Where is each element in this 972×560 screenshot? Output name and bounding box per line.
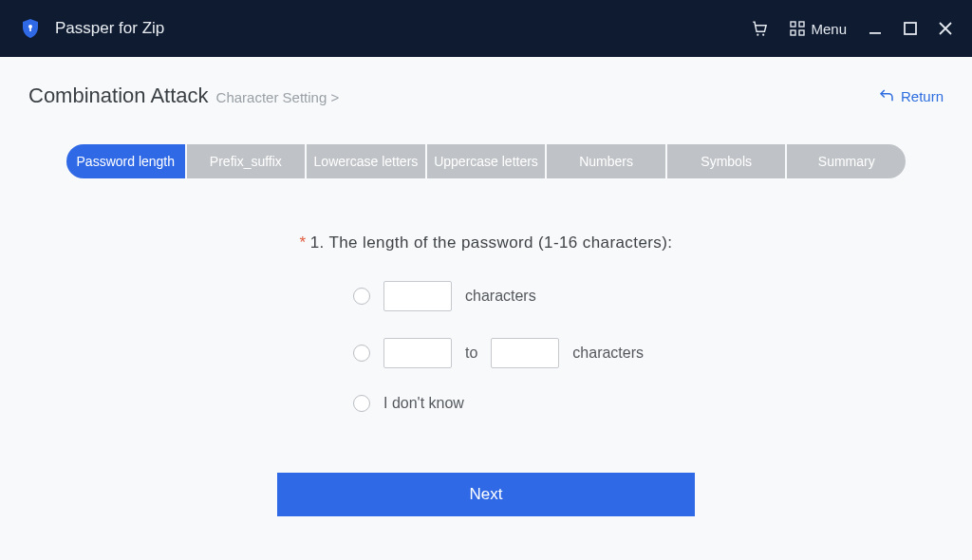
svg-point-2 [757,34,759,36]
svg-rect-6 [791,30,795,35]
cart-icon[interactable] [750,19,769,38]
radio-unknown[interactable] [353,395,370,412]
svg-rect-5 [799,22,804,27]
page-body: Combination Attack Character Setting > R… [0,57,972,516]
return-label: Return [901,88,944,104]
tab-uppercase[interactable]: Uppercase letters [427,144,546,178]
radio-range[interactable] [353,345,370,362]
svg-rect-4 [791,22,795,27]
range-suffix: characters [572,345,644,362]
svg-rect-1 [29,28,31,31]
tab-prefix-suffix[interactable]: Prefix_suffix [187,144,306,178]
svg-rect-7 [799,30,804,35]
page-subtitle: Character Setting > [216,89,340,105]
svg-rect-9 [905,23,916,34]
option-exact-length: characters [353,281,657,311]
exact-length-suffix: characters [465,288,536,305]
breadcrumb: Combination Attack Character Setting > [28,84,339,108]
unknown-label: I don't know [383,395,464,412]
required-mark: * [300,233,307,252]
content-area: *1. The length of the password (1-16 cha… [28,233,944,516]
tabs-row: Password length Prefix_suffix Lowercase … [66,144,906,178]
titlebar-left: Passper for Zip [19,17,164,40]
tab-symbols[interactable]: Symbols [667,144,786,178]
option-unknown: I don't know [353,395,657,412]
titlebar-right: Menu [750,19,953,38]
minimize-icon[interactable] [868,21,883,36]
maximize-icon[interactable] [904,22,917,35]
tab-numbers[interactable]: Numbers [547,144,665,178]
tab-summary[interactable]: Summary [787,144,906,178]
svg-point-3 [763,34,765,36]
tab-lowercase[interactable]: Lowercase letters [307,144,425,178]
close-icon[interactable] [938,21,953,36]
header-row: Combination Attack Character Setting > R… [28,84,944,108]
range-to-label: to [465,345,477,362]
menu-button[interactable]: Menu [790,21,847,37]
range-from-input[interactable] [383,338,452,368]
radio-exact[interactable] [353,288,370,305]
page-title: Combination Attack [28,84,209,108]
return-link[interactable]: Return [878,87,944,104]
range-to-input[interactable] [491,338,559,368]
tab-password-length[interactable]: Password length [66,144,185,178]
svg-rect-8 [869,32,881,34]
exact-length-input[interactable] [383,281,452,311]
shield-icon [19,17,42,40]
titlebar: Passper for Zip Menu [0,0,972,57]
option-range-length: to characters [353,338,657,368]
question-text: 1. The length of the password (1-16 char… [310,233,673,252]
next-button[interactable]: Next [277,473,695,516]
menu-label: Menu [811,21,847,37]
question-label: *1. The length of the password (1-16 cha… [85,233,887,252]
options-group: characters to characters I don't know [315,281,657,412]
app-title: Passper for Zip [55,19,164,38]
